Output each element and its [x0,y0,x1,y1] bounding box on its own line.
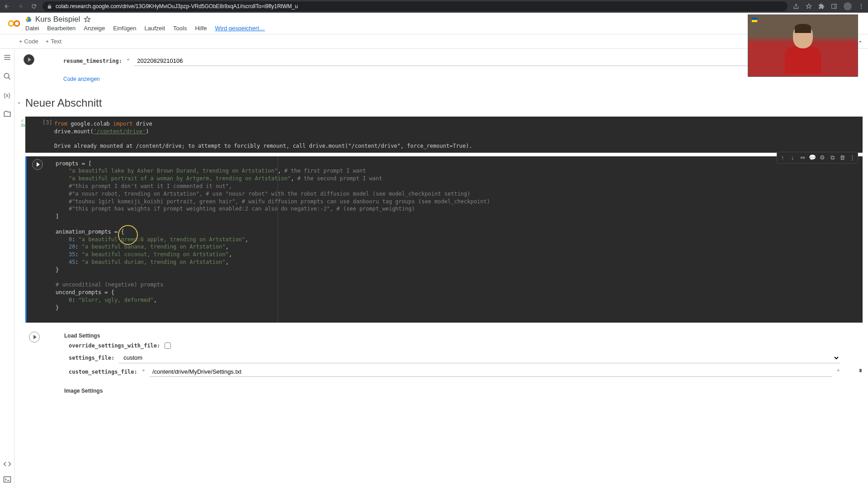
panel-icon[interactable] [831,3,837,9]
profile-avatar[interactable] [844,2,852,10]
person-silhouette [785,26,821,49]
browser-chrome: colab.research.google.com/drive/13G9KHyM… [0,0,868,13]
share-icon[interactable] [793,3,799,9]
colab-logo-icon[interactable] [7,17,21,30]
save-status: Wird gespeichert… [215,25,265,32]
url-bar[interactable]: colab.research.google.com/drive/13G9KHyM… [42,1,788,11]
colab-header: Kurs Beispiel Datei Bearbeiten Anzeige E… [0,13,868,34]
url-text: colab.research.google.com/drive/13G9KHyM… [56,3,298,9]
lock-icon [47,4,52,9]
plus-icon: + [46,38,49,45]
back-icon[interactable] [4,3,10,9]
menu-datei[interactable]: Datei [25,25,39,32]
drive-icon [25,16,32,23]
collapse-icon[interactable] [857,38,863,45]
document-title[interactable]: Kurs Beispiel [35,15,80,24]
svg-point-3 [861,6,862,7]
favorite-star-icon[interactable] [84,16,91,23]
add-code-button[interactable]: + Code [19,38,38,45]
svg-point-6 [14,21,19,26]
menu-bar: Datei Bearbeiten Anzeige Einfügen Laufze… [25,25,861,32]
star-icon[interactable] [806,3,812,9]
svg-point-4 [861,8,862,9]
menu-bearbeiten[interactable]: Bearbeiten [47,25,75,32]
menu-einfugen[interactable]: Einfügen [113,25,136,32]
cell-toolbar: + Code + Text [0,34,868,49]
webcam-overlay [748,14,858,49]
flag-icon [752,18,757,22]
svg-point-2 [861,4,862,5]
svg-point-5 [9,21,14,26]
menu-hilfe[interactable]: Hilfe [195,25,207,32]
menu-tools[interactable]: Tools [173,25,187,32]
svg-rect-0 [832,4,837,8]
add-text-button[interactable]: + Text [46,38,61,45]
extensions-icon[interactable] [818,3,825,9]
reload-icon[interactable] [31,3,37,9]
plus-icon: + [19,38,23,45]
menu-anzeige[interactable]: Anzeige [84,25,105,32]
menu-laufzeit[interactable]: Laufzeit [145,25,165,32]
menu-icon[interactable] [858,3,864,9]
forward-icon[interactable] [17,3,24,9]
